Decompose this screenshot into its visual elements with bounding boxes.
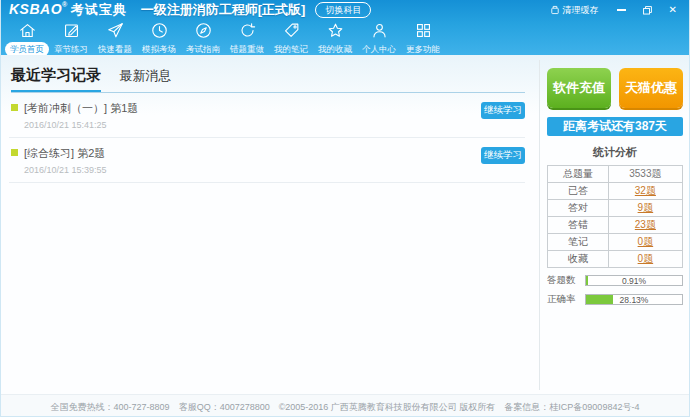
- stats-row: 总题量 3533题: [548, 166, 683, 183]
- nav-item-chapter-practice[interactable]: 章节练习: [49, 19, 93, 57]
- close-icon[interactable]: ✕: [669, 5, 677, 15]
- stats-row: 答错 23题: [548, 217, 683, 234]
- record-text: [综合练习] 第2题 2016/10/21 15:39:55: [24, 146, 107, 175]
- tag-icon: [282, 21, 301, 40]
- tab-latest-news[interactable]: 最新消息: [119, 68, 171, 83]
- stat-value: 9题: [608, 200, 682, 217]
- stat-label: 收藏: [548, 251, 609, 268]
- continue-study-button[interactable]: 继续学习: [481, 147, 525, 164]
- tmall-discount-button[interactable]: 天猫优惠: [619, 68, 683, 108]
- user-icon: [370, 21, 389, 40]
- record-bullet-icon: [11, 104, 18, 111]
- progress-label: 正确率: [547, 293, 585, 306]
- record-timestamp: 2016/10/21 15:39:55: [24, 165, 107, 175]
- stat-value-link[interactable]: 0题: [638, 236, 654, 247]
- tab-bar: 最近学习记录 最新消息: [11, 66, 525, 93]
- stat-value-link[interactable]: 0题: [638, 253, 654, 264]
- nav-item-quick-questions[interactable]: 快速看题: [93, 19, 137, 57]
- maximize-icon[interactable]: [642, 5, 653, 16]
- clear-cache-button[interactable]: 清理缓存: [550, 4, 599, 17]
- app-logo: KSBAO®考试宝典: [9, 1, 127, 19]
- progress-label: 答题数: [547, 274, 585, 287]
- clear-cache-icon: [550, 5, 560, 15]
- nav-item-personal-center[interactable]: 个人中心: [357, 19, 401, 57]
- stat-value: 32题: [608, 183, 682, 200]
- redo-icon: [238, 21, 257, 40]
- nav-item-student-home[interactable]: 学员首页: [5, 19, 49, 57]
- progress-bar: 0.91%: [585, 275, 683, 286]
- record-timestamp: 2016/10/21 15:41:25: [24, 120, 138, 130]
- sidebar: 软件充值 天猫优惠 距离考试还有387天 统计分析 总题量 3533题 已答 3…: [547, 60, 683, 306]
- grid-icon: [414, 21, 433, 40]
- nav-item-my-notes[interactable]: 我的笔记: [269, 19, 313, 57]
- divider: [9, 182, 525, 183]
- study-record-row: [综合练习] 第2题 2016/10/21 15:39:55 继续学习: [11, 146, 525, 176]
- stat-value-link[interactable]: 23题: [635, 219, 656, 230]
- vertical-divider: [539, 60, 540, 390]
- progress-bar: 28.13%: [585, 294, 683, 305]
- window-controls: ✕: [617, 5, 677, 16]
- app-header: KSBAO®考试宝典 一级注册消防工程师[正式版] 切换科目 清理缓存 ✕ 学员…: [1, 0, 689, 55]
- main-panel: 最近学习记录 最新消息 [考前冲刺（一）] 第1题 2016/10/21 15:…: [1, 55, 539, 394]
- stats-row: 已答 32题: [548, 183, 683, 200]
- main-nav: 学员首页 章节练习 快速看题 模拟考场 考试指南 错题重做: [1, 19, 689, 57]
- logo-text: KSBAO: [9, 1, 62, 17]
- progress-percent: 28.13%: [586, 295, 682, 305]
- clear-cache-label: 清理缓存: [563, 4, 599, 17]
- stat-value: 23题: [608, 217, 682, 234]
- app-window: KSBAO®考试宝典 一级注册消防工程师[正式版] 切换科目 清理缓存 ✕ 学员…: [0, 0, 690, 417]
- paper-plane-icon: [106, 21, 125, 40]
- footer: 全国免费热线：400-727-8809 客服QQ：4007278800 ©200…: [1, 394, 689, 416]
- progress-row: 正确率 28.13%: [547, 293, 683, 306]
- record-title[interactable]: [综合练习] 第2题: [24, 146, 107, 161]
- tab-recent-study-records[interactable]: 最近学习记录: [11, 66, 101, 83]
- stat-label: 笔记: [548, 234, 609, 251]
- stat-value: 3533题: [608, 166, 682, 183]
- compass-icon: [194, 21, 213, 40]
- nav-item-exam-guide[interactable]: 考试指南: [181, 19, 225, 57]
- stat-label: 答错: [548, 217, 609, 234]
- app-name: 考试宝典: [71, 2, 127, 17]
- divider: [9, 137, 525, 138]
- record-text: [考前冲刺（一）] 第1题 2016/10/21 15:41:25: [24, 101, 138, 130]
- progress-percent: 0.91%: [586, 276, 682, 286]
- stat-value: 0题: [608, 234, 682, 251]
- stats-row: 笔记 0题: [548, 234, 683, 251]
- stat-label: 已答: [548, 183, 609, 200]
- stat-value: 0题: [608, 251, 682, 268]
- continue-study-button[interactable]: 继续学习: [481, 102, 525, 119]
- edit-icon: [62, 21, 81, 40]
- stat-label: 答对: [548, 200, 609, 217]
- registered-mark: ®: [62, 1, 68, 8]
- star-icon: [326, 21, 345, 40]
- record-title[interactable]: [考前冲刺（一）] 第1题: [24, 101, 138, 116]
- switch-subject-button[interactable]: 切换科目: [315, 2, 371, 18]
- stat-label: 总题量: [548, 166, 609, 183]
- titlebar: KSBAO®考试宝典 一级注册消防工程师[正式版] 切换科目 清理缓存 ✕: [1, 0, 689, 18]
- minimize-icon[interactable]: [617, 9, 626, 11]
- nav-item-more-functions[interactable]: 更多功能: [401, 19, 445, 57]
- nav-item-redo-wrong[interactable]: 错题重做: [225, 19, 269, 57]
- nav-item-my-favorites[interactable]: 我的收藏: [313, 19, 357, 57]
- progress-row: 答题数 0.91%: [547, 274, 683, 287]
- stats-table: 总题量 3533题 已答 32题 答对 9题 答错 23题 笔记 0题: [547, 165, 683, 268]
- record-bullet-icon: [11, 149, 18, 156]
- study-record-row: [考前冲刺（一）] 第1题 2016/10/21 15:41:25 继续学习: [11, 101, 525, 131]
- exam-countdown-banner[interactable]: 距离考试还有387天: [547, 117, 683, 136]
- home-icon: [18, 21, 37, 40]
- nav-item-mock-exam[interactable]: 模拟考场: [137, 19, 181, 57]
- stat-value-link[interactable]: 9题: [638, 202, 654, 213]
- stats-row: 收藏 0题: [548, 251, 683, 268]
- stat-value-link[interactable]: 32题: [635, 185, 656, 196]
- app-title: 一级注册消防工程师[正式版]: [141, 1, 306, 19]
- stats-title: 统计分析: [547, 145, 683, 160]
- clock-icon: [150, 21, 169, 40]
- software-recharge-button[interactable]: 软件充值: [547, 68, 611, 108]
- stats-row: 答对 9题: [548, 200, 683, 217]
- promo-buttons: 软件充值 天猫优惠: [547, 68, 683, 108]
